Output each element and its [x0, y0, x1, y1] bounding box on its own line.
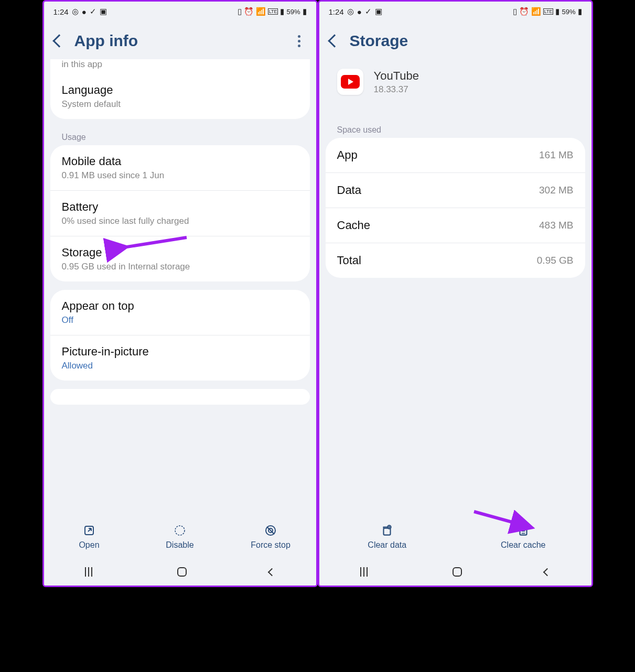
card-bottom-cut — [50, 389, 310, 405]
clear-cache-icon — [516, 524, 530, 537]
row-total-label: Total — [337, 254, 361, 267]
mobile-data-item[interactable]: Mobile data 0.91 MB used since 1 Jun — [50, 145, 310, 190]
volte-icon: LTE — [268, 8, 278, 15]
battery-sub: 0% used since last fully charged — [62, 216, 298, 226]
clear-data-button[interactable]: Clear data — [319, 524, 456, 550]
image-icon: ▣ — [100, 7, 107, 16]
pip-sub: Allowed — [62, 361, 298, 371]
content: YouTube 18.33.37 Space used App 161 MB D… — [319, 59, 591, 518]
nav-home-button[interactable] — [177, 567, 187, 577]
battery-text: 59% — [562, 8, 575, 16]
bottom-actions: Clear data Clear cache — [319, 518, 591, 558]
battery-item[interactable]: Battery 0% used since last fully charged — [50, 190, 310, 236]
storage-item[interactable]: Storage 0.95 GB used in Internal storage — [50, 236, 310, 281]
space-label: Space used — [326, 120, 585, 138]
signal-icon: ▮ — [280, 7, 284, 16]
clear-data-icon — [380, 524, 394, 537]
page-title: Storage — [350, 32, 408, 50]
nav-bar — [44, 558, 316, 586]
back-button[interactable] — [328, 34, 341, 47]
card-space: App 161 MB Data 302 MB Cache 483 MB Tota… — [326, 138, 585, 278]
open-button[interactable]: Open — [44, 524, 135, 550]
image-icon: ▣ — [375, 7, 382, 16]
whatsapp-icon: ◎ — [347, 7, 354, 16]
status-bar: 1:24 ◎ ● ✓ ▣ ▯ ⏰ 📶 LTE ▮ 59% ▮ — [44, 2, 316, 19]
card-usage: Mobile data 0.91 MB used since 1 Jun Bat… — [50, 145, 310, 281]
signal-icon: ▮ — [555, 7, 559, 16]
disable-icon — [173, 524, 187, 537]
force-stop-label: Force stop — [251, 540, 290, 550]
pip-title: Picture-in-picture — [62, 345, 298, 359]
disable-button[interactable]: Disable — [135, 524, 225, 550]
phone-left: 1:24 ◎ ● ✓ ▣ ▯ ⏰ 📶 LTE ▮ 59% ▮ App info … — [42, 0, 318, 587]
overflow-text: in this app — [50, 59, 310, 74]
clock: 1:24 — [53, 7, 69, 16]
mobile-data-sub: 0.91 MB used since 1 Jun — [62, 170, 298, 181]
app-version: 18.33.37 — [374, 84, 419, 95]
storage-sub: 0.95 GB used in Internal storage — [62, 262, 298, 272]
app-name: YouTube — [374, 69, 419, 83]
card-display: Appear on top Off Picture-in-picture All… — [50, 290, 310, 381]
youtube-icon — [337, 69, 363, 95]
nav-recent-button[interactable] — [85, 567, 95, 577]
phone-right: 1:24 ◎ ● ✓ ▣ ▯ ⏰ 📶 LTE ▮ 59% ▮ Storage Y… — [318, 0, 593, 587]
vibrate-icon: ▯ — [513, 7, 517, 16]
wifi-icon: 📶 — [256, 7, 266, 16]
clock: 1:24 — [329, 7, 344, 16]
status-left: 1:24 ◎ ● ✓ ▣ — [53, 7, 107, 16]
row-data: Data 302 MB — [326, 172, 585, 208]
status-bar: 1:24 ◎ ● ✓ ▣ ▯ ⏰ 📶 LTE ▮ 59% ▮ — [319, 2, 591, 19]
status-right: ▯ ⏰ 📶 LTE ▮ 59% ▮ — [238, 7, 307, 16]
language-sub: System default — [62, 99, 298, 110]
clear-cache-label: Clear cache — [501, 540, 545, 550]
appear-sub: Off — [62, 315, 298, 326]
vibrate-icon: ▯ — [238, 7, 242, 16]
svg-point-2 — [175, 526, 185, 535]
mobile-data-title: Mobile data — [62, 155, 298, 168]
row-app: App 161 MB — [326, 138, 585, 172]
page-title: App info — [74, 32, 138, 50]
clear-data-label: Clear data — [368, 540, 406, 550]
clear-cache-button[interactable]: Clear cache — [455, 524, 591, 550]
row-total-value: 0.95 GB — [537, 255, 574, 266]
back-button[interactable] — [52, 34, 66, 47]
row-cache: Cache 483 MB — [326, 208, 585, 243]
pip-item[interactable]: Picture-in-picture Allowed — [50, 335, 310, 381]
appear-title: Appear on top — [62, 299, 298, 313]
force-stop-icon — [264, 524, 277, 537]
row-total: Total 0.95 GB — [326, 243, 585, 278]
wifi-icon: 📶 — [531, 7, 541, 16]
alarm-icon: ⏰ — [244, 7, 254, 16]
check-icon: ✓ — [365, 7, 372, 16]
app-row: YouTube 18.33.37 — [326, 59, 585, 104]
nav-recent-button[interactable] — [360, 567, 371, 577]
menu-button[interactable] — [293, 35, 306, 47]
appear-on-top-item[interactable]: Appear on top Off — [50, 290, 310, 335]
force-stop-button[interactable]: Force stop — [225, 524, 316, 550]
row-cache-value: 483 MB — [539, 220, 573, 231]
header: Storage — [319, 19, 591, 59]
battery-text: 59% — [286, 8, 300, 16]
header: App info — [44, 19, 316, 59]
open-label: Open — [79, 540, 99, 550]
check-icon: ✓ — [90, 7, 96, 16]
chat-icon: ● — [82, 7, 87, 16]
card-top: in this app Language System default — [50, 59, 310, 119]
nav-back-button[interactable] — [268, 568, 276, 576]
open-icon — [82, 524, 96, 537]
whatsapp-icon: ◎ — [72, 7, 79, 16]
battery-icon: ▮ — [578, 7, 582, 16]
bottom-actions: Open Disable Force stop — [44, 518, 316, 558]
nav-back-button[interactable] — [543, 568, 552, 576]
svg-rect-8 — [520, 528, 526, 535]
usage-label: Usage — [50, 127, 310, 145]
nav-home-button[interactable] — [453, 567, 462, 577]
row-data-label: Data — [337, 183, 361, 197]
disable-label: Disable — [166, 540, 193, 550]
volte-icon: LTE — [543, 8, 554, 15]
chat-icon: ● — [357, 7, 362, 16]
storage-title: Storage — [62, 246, 298, 259]
row-app-value: 161 MB — [539, 149, 573, 161]
language-item[interactable]: Language System default — [50, 74, 310, 119]
language-title: Language — [62, 83, 298, 97]
